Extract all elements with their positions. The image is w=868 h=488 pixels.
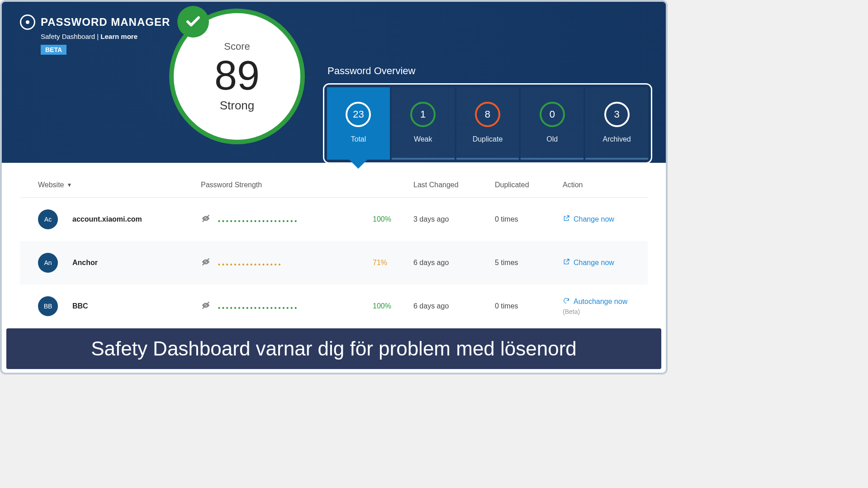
tab-label: Total <box>351 135 366 143</box>
external-link-icon <box>563 258 570 267</box>
col-dup-header: Duplicated <box>495 181 563 189</box>
tab-count: 1 <box>410 102 436 127</box>
action-sublabel: (Beta) <box>563 308 630 315</box>
brand-icon <box>20 14 35 30</box>
tab-count: 23 <box>346 102 371 127</box>
eye-off-icon[interactable] <box>201 217 211 225</box>
strength-percent: 100% <box>373 215 413 223</box>
last-changed: 6 days ago <box>413 259 495 267</box>
tab-count: 3 <box>604 102 630 127</box>
site-avatar: BB <box>38 296 58 316</box>
duplicated-count: 5 times <box>495 259 563 267</box>
password-table: Website ▼ Password Strength Last Changed… <box>2 163 666 328</box>
site-name: BBC <box>72 302 88 310</box>
tab-label: Duplicate <box>473 135 503 143</box>
eye-off-icon[interactable] <box>201 261 211 268</box>
tab-label: Old <box>546 135 558 143</box>
refresh-icon <box>563 297 570 306</box>
site-name: account.xiaomi.com <box>72 215 142 223</box>
duplicated-count: 0 times <box>495 302 563 310</box>
site-avatar: An <box>38 253 58 273</box>
hero-section: PASSWORD MANAGER Safety Dashboard | Lear… <box>2 2 666 163</box>
tab-label: Archived <box>602 135 631 143</box>
brand-subtitle: Safety Dashboard | Learn more <box>41 33 170 40</box>
overview-tabs: 23Total1Weak8Duplicate0Old3Archived <box>323 83 652 164</box>
col-action-header: Action <box>563 181 630 189</box>
table-row[interactable]: BBBBC••••••••••••••••••••100%6 days ago0… <box>20 284 648 328</box>
overview-tab-old[interactable]: 0Old <box>521 87 583 160</box>
tab-count: 0 <box>540 102 565 127</box>
password-dots: •••••••••••••••• <box>218 261 282 268</box>
duplicated-count: 0 times <box>495 215 563 223</box>
chevron-down-icon: ▼ <box>67 182 72 188</box>
last-changed: 3 days ago <box>413 215 495 223</box>
col-changed-header: Last Changed <box>413 181 495 189</box>
overview-tab-weak[interactable]: 1Weak <box>392 87 455 160</box>
eye-off-icon[interactable] <box>201 304 211 312</box>
external-link-icon <box>563 215 570 224</box>
col-website-header[interactable]: Website ▼ <box>38 181 201 189</box>
site-avatar: Ac <box>38 209 58 229</box>
password-overview: Password Overview 23Total1Weak8Duplicate… <box>323 65 652 164</box>
checkmark-icon <box>177 6 209 38</box>
table-row[interactable]: AnAnchor••••••••••••••••71%6 days ago5 t… <box>20 241 648 284</box>
strength-percent: 100% <box>373 302 413 310</box>
tab-count: 8 <box>475 102 500 127</box>
caption-banner: Safety Dashboard varnar dig för problem … <box>6 328 661 369</box>
beta-badge: BETA <box>41 45 66 55</box>
brand-block: PASSWORD MANAGER Safety Dashboard | Lear… <box>20 14 170 163</box>
overview-title: Password Overview <box>323 65 652 77</box>
overview-tab-duplicate[interactable]: 8Duplicate <box>456 87 519 160</box>
action-link[interactable]: Change now <box>563 215 630 224</box>
col-strength-header: Password Strength <box>201 181 373 189</box>
score-value: 89 <box>214 55 260 96</box>
site-name: Anchor <box>72 259 98 267</box>
overview-tab-archived[interactable]: 3Archived <box>585 87 648 160</box>
tab-label: Weak <box>414 135 432 143</box>
strength-percent: 71% <box>373 259 413 267</box>
overview-tab-total[interactable]: 23Total <box>327 87 390 160</box>
score-widget: Score 89 Strong <box>169 9 305 144</box>
learn-more-link[interactable]: Learn more <box>100 33 138 40</box>
score-rating: Strong <box>220 99 255 113</box>
table-row[interactable]: Acaccount.xiaomi.com••••••••••••••••••••… <box>20 198 648 241</box>
action-link[interactable]: Autochange now <box>563 297 630 306</box>
password-dots: •••••••••••••••••••• <box>218 304 299 312</box>
table-header: Website ▼ Password Strength Last Changed… <box>20 181 648 198</box>
password-dots: •••••••••••••••••••• <box>218 218 299 225</box>
app-title: PASSWORD MANAGER <box>41 16 170 28</box>
action-link[interactable]: Change now <box>563 258 630 267</box>
app-window: PASSWORD MANAGER Safety Dashboard | Lear… <box>0 0 668 374</box>
last-changed: 6 days ago <box>413 302 495 310</box>
score-label: Score <box>224 41 250 52</box>
